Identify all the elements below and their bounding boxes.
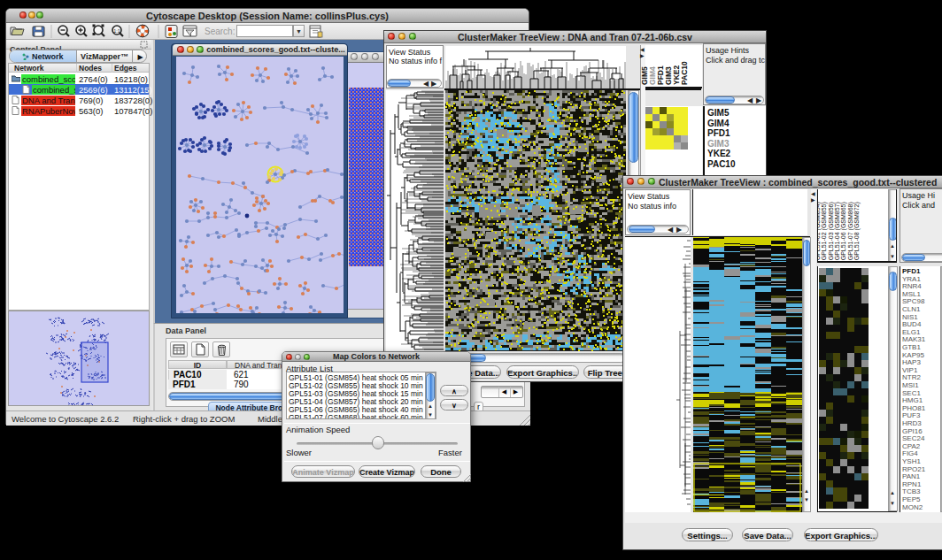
svg-text:1:1: 1:1 <box>113 28 120 34</box>
